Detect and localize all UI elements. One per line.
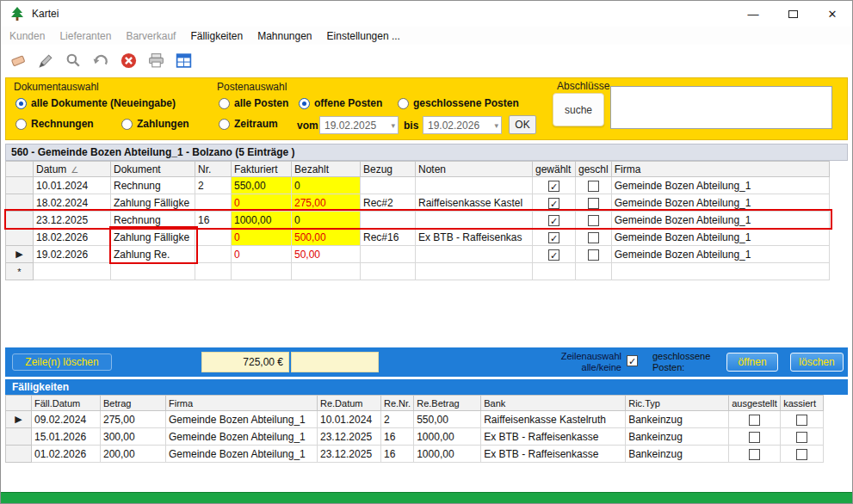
open-button[interactable]: öffnen xyxy=(726,353,778,372)
cell-firma[interactable]: Gemeinde Bozen Abteilung_1 xyxy=(611,246,829,263)
cell-firma[interactable]: Gemeinde Bozen Abteilung_1 xyxy=(166,446,318,463)
cell-ric-typ[interactable]: Bankeinzug xyxy=(626,411,729,428)
cell-fall-datum[interactable]: 15.01.2026 xyxy=(32,428,101,446)
undo-icon[interactable] xyxy=(89,49,113,73)
cell-bank[interactable]: Raiffeisenkasse Kastelruth xyxy=(481,411,626,428)
cell-empty[interactable] xyxy=(195,263,232,280)
column-header-re-datum[interactable]: Re.Datum xyxy=(318,396,381,411)
row-selector-current[interactable]: ▶ xyxy=(6,246,34,263)
edit-pencil-icon[interactable] xyxy=(34,49,58,73)
cell-ausgestellt[interactable] xyxy=(729,428,781,446)
cell-datum[interactable]: 10.01.2024 xyxy=(34,177,111,194)
cell-kassiert[interactable] xyxy=(781,428,824,446)
column-header-ric-typ[interactable]: Ric.Typ xyxy=(626,396,729,411)
cell-empty[interactable] xyxy=(292,263,361,280)
minimize-button[interactable]: — xyxy=(733,1,773,27)
cell-nr[interactable]: 16 xyxy=(195,212,232,229)
cell-ausgestellt[interactable] xyxy=(729,411,781,428)
cell-firma[interactable]: Gemeinde Bozen Abteilung_1 xyxy=(611,229,829,246)
cell-empty[interactable] xyxy=(232,263,292,280)
cell-firma[interactable]: Gemeinde Bozen Abteilung_1 xyxy=(611,177,829,194)
cell-dokument[interactable]: Rechnung xyxy=(111,212,195,229)
cell-bezug[interactable] xyxy=(361,212,416,229)
cell-empty[interactable] xyxy=(416,263,533,280)
column-header-re-betrag[interactable]: Re.Betrag xyxy=(414,396,481,411)
eraser-icon[interactable] xyxy=(6,49,30,73)
cell-kassiert[interactable] xyxy=(781,411,824,428)
ausgestellt-checkbox[interactable] xyxy=(749,415,760,426)
abschluesse-listbox[interactable] xyxy=(610,86,832,129)
cell-dokument[interactable]: Rechnung xyxy=(111,177,195,194)
cell-betrag[interactable]: 275,00 xyxy=(101,411,166,428)
cell-gewaehlt[interactable]: ✓ xyxy=(533,229,576,246)
cell-kassiert[interactable] xyxy=(781,446,824,463)
cell-datum[interactable]: 23.12.2025 xyxy=(34,212,111,229)
menu-lieferanten[interactable]: Lieferanten xyxy=(59,30,111,42)
kassiert-checkbox[interactable] xyxy=(796,432,807,443)
cell-bezahlt[interactable]: 50,00 xyxy=(292,246,361,263)
gewaehlt-checkbox[interactable]: ✓ xyxy=(548,181,559,192)
cell-firma[interactable]: Gemeinde Bozen Abteilung_1 xyxy=(166,428,318,446)
cell-bank[interactable]: Ex BTB - Raffeisenkasse xyxy=(481,428,626,446)
cell-geschl[interactable] xyxy=(576,212,612,229)
column-header-fakturiert[interactable]: Fakturiert xyxy=(232,162,292,177)
cell-nr[interactable] xyxy=(195,229,232,246)
cell-dokument[interactable]: Zahlung Fälligke xyxy=(111,229,195,246)
cell-fall-datum[interactable]: 01.02.2026 xyxy=(32,446,101,463)
cell-re-nr[interactable]: 16 xyxy=(381,446,414,463)
cell-nr[interactable] xyxy=(195,246,232,263)
ausgestellt-checkbox[interactable] xyxy=(749,449,760,460)
column-header-nr[interactable]: Nr. xyxy=(195,162,232,177)
kassiert-checkbox[interactable] xyxy=(796,449,807,460)
row-select-checkbox[interactable]: ✓ xyxy=(627,355,638,366)
cell-firma[interactable]: Gemeinde Bozen Abteilung_1 xyxy=(611,194,829,212)
cell-bezug[interactable]: Rec#16 xyxy=(361,229,416,246)
cell-bezug[interactable] xyxy=(361,177,416,194)
cancel-icon[interactable] xyxy=(116,49,140,73)
delete-button[interactable]: löschen xyxy=(790,353,844,372)
radio-zahlungen[interactable]: Zahlungen xyxy=(121,118,189,130)
cell-ric-typ[interactable]: Bankeinzug xyxy=(626,428,729,446)
cell-betrag[interactable]: 300,00 xyxy=(101,428,166,446)
cell-re-nr[interactable]: 16 xyxy=(381,428,414,446)
cell-bezahlt[interactable]: 500,00 xyxy=(292,229,361,246)
column-header-re-nr[interactable]: Re.Nr. xyxy=(381,396,414,411)
cell-gewaehlt[interactable]: ✓ xyxy=(533,194,576,212)
cell-ric-typ[interactable]: Bankeinzug xyxy=(626,446,729,463)
cell-empty[interactable] xyxy=(34,263,111,280)
cell-dokument[interactable]: Zahlung Fälligke xyxy=(111,194,195,212)
gewaehlt-checkbox[interactable]: ✓ xyxy=(548,232,559,243)
maximize-button[interactable] xyxy=(773,1,813,27)
row-selector[interactable] xyxy=(6,177,34,194)
cell-firma[interactable]: Gemeinde Bozen Abteilung_1 xyxy=(611,212,829,229)
geschl-checkbox[interactable] xyxy=(588,181,599,192)
cell-nr[interactable] xyxy=(195,194,232,212)
menu-kunden[interactable]: Kunden xyxy=(9,30,45,42)
kassiert-checkbox[interactable] xyxy=(796,415,807,426)
cell-noten[interactable] xyxy=(416,246,533,263)
row-selector[interactable] xyxy=(6,212,34,229)
row-selector-current[interactable]: ▶ xyxy=(6,411,32,428)
radio-rechnungen[interactable]: Rechnungen xyxy=(15,118,94,130)
gewaehlt-checkbox[interactable]: ✓ xyxy=(548,198,559,209)
cell-fall-datum[interactable]: 09.02.2024 xyxy=(32,411,101,428)
cell-empty[interactable] xyxy=(533,263,576,280)
menu-einstellungen[interactable]: Einstellungen ... xyxy=(327,30,400,42)
cell-fakturiert[interactable]: 0 xyxy=(232,246,292,263)
cell-dokument[interactable]: Zahlung Re. xyxy=(111,246,195,263)
close-button[interactable]: ✕ xyxy=(813,1,852,27)
cell-datum[interactable]: 18.02.2024 xyxy=(34,194,111,212)
column-header-fall-datum[interactable]: Fäll.Datum xyxy=(32,396,101,411)
menu-barverkauf[interactable]: Barverkauf xyxy=(126,30,176,42)
vom-date-combobox[interactable]: 19.02.2025 ▾ xyxy=(319,116,399,134)
column-header-bezug[interactable]: Bezug xyxy=(361,162,416,177)
cell-datum[interactable]: 18.02.2026 xyxy=(34,229,111,246)
cell-fakturiert[interactable]: 0 xyxy=(232,194,292,212)
cell-noten[interactable]: Ex BTB - Raffeisenkas xyxy=(416,229,533,246)
cell-noten[interactable] xyxy=(416,177,533,194)
geschl-checkbox[interactable] xyxy=(588,215,599,226)
cell-re-datum[interactable]: 23.12.2025 xyxy=(318,428,381,446)
radio-geschlossene-posten[interactable]: geschlossene Posten xyxy=(398,97,519,109)
cell-empty[interactable] xyxy=(361,263,416,280)
column-header-ausgestellt[interactable]: ausgestellt xyxy=(729,396,781,411)
